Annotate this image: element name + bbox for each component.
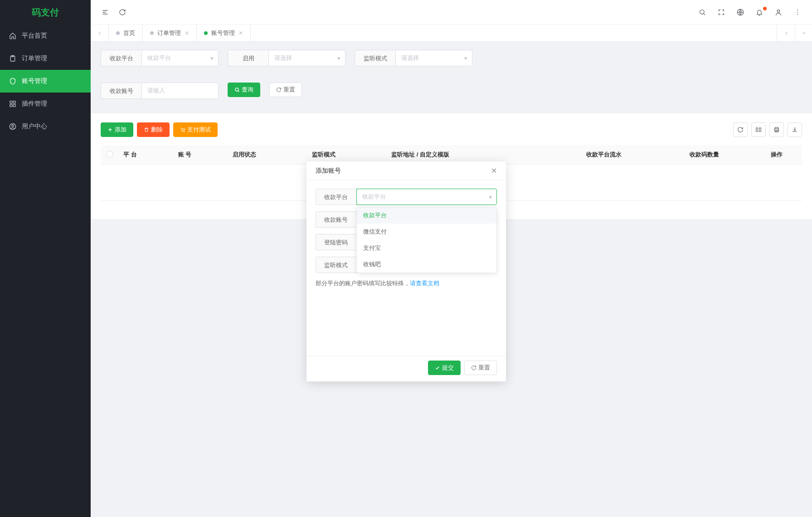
col-header: 启用状态 xyxy=(228,145,307,165)
nav-label: 插件管理 xyxy=(22,100,47,108)
nav-label: 用户中心 xyxy=(22,122,47,131)
reload-button[interactable] xyxy=(118,8,127,17)
app-logo: 码支付 xyxy=(0,0,91,24)
svg-point-11 xyxy=(797,12,798,13)
placeholder-text: 收款平台 xyxy=(362,193,386,201)
tabs-bar: 首页 订单管理 ✕ 账号管理 ✕ xyxy=(91,24,812,42)
nav-label: 平台首页 xyxy=(22,32,47,40)
nav-label: 账号管理 xyxy=(22,77,47,85)
platform-dropdown: 收款平台 微信支付 支付宝 收钱吧 xyxy=(356,207,497,273)
dropdown-option[interactable]: 收钱吧 xyxy=(357,256,496,273)
tab-orders[interactable]: 订单管理 ✕ xyxy=(143,24,197,41)
svg-point-10 xyxy=(797,10,798,10)
doc-link[interactable]: 请查看文档 xyxy=(410,280,439,287)
svg-point-14 xyxy=(182,131,183,132)
tabs-prev-button[interactable] xyxy=(91,24,109,41)
user-menu-button[interactable] xyxy=(774,8,783,17)
note-text: 部分平台的账户密码填写比较特殊， xyxy=(316,280,410,287)
dropdown-option[interactable]: 收款平台 xyxy=(357,207,496,224)
pay-test-button[interactable]: 支付测试 xyxy=(173,122,218,137)
modal-title: 添加账号 xyxy=(316,167,341,175)
col-header: 操作 xyxy=(751,145,802,165)
delete-button[interactable]: 删除 xyxy=(137,122,170,137)
svg-point-12 xyxy=(797,14,798,15)
modal-submit-button[interactable]: 提交 xyxy=(428,361,461,375)
filter-platform-label: 收款平台 xyxy=(101,50,141,66)
tab-home[interactable]: 首页 xyxy=(109,24,143,41)
shield-icon xyxy=(9,78,16,85)
nav-label: 订单管理 xyxy=(22,54,47,63)
clipboard-icon xyxy=(9,55,16,62)
col-header: 收款码数量 xyxy=(658,145,752,165)
tab-label: 首页 xyxy=(123,29,135,37)
nav-orders[interactable]: 订单管理 xyxy=(0,47,91,70)
more-button[interactable] xyxy=(793,8,802,17)
nav-plugins[interactable]: 插件管理 xyxy=(0,93,91,115)
tab-label: 账号管理 xyxy=(211,29,235,37)
add-button[interactable]: 添加 xyxy=(101,122,133,137)
nav-home[interactable]: 平台首页 xyxy=(0,24,91,47)
nav-accounts[interactable]: 账号管理 xyxy=(0,70,91,93)
nav-user-center[interactable]: 用户中心 xyxy=(0,115,91,138)
search-button[interactable] xyxy=(698,8,707,17)
chevron-up-icon: ▾ xyxy=(489,194,492,200)
modal-monitor-label: 监听模式 xyxy=(316,257,356,273)
button-label: 重置 xyxy=(283,86,295,94)
button-label: 添加 xyxy=(115,126,126,134)
modal-password-label: 登陆密码 xyxy=(316,234,356,250)
refresh-tool-button[interactable] xyxy=(733,122,748,137)
grid-icon xyxy=(9,100,16,107)
globe-button[interactable] xyxy=(736,8,745,17)
svg-rect-1 xyxy=(10,101,12,103)
filter-enabled-label: 启用 xyxy=(228,50,268,66)
svg-rect-16 xyxy=(756,128,758,132)
placeholder-text: 收款平台 xyxy=(147,54,171,62)
chevron-down-icon: ▾ xyxy=(337,55,340,62)
reset-button[interactable]: 重置 xyxy=(269,83,302,97)
modal-close-button[interactable]: ✕ xyxy=(491,166,497,175)
search-button[interactable]: 查询 xyxy=(228,83,260,97)
home-icon xyxy=(9,32,16,39)
filter-enabled-select[interactable]: 请选择 ▾ xyxy=(268,50,345,66)
dropdown-option[interactable]: 微信支付 xyxy=(357,224,496,240)
svg-point-6 xyxy=(12,125,14,127)
col-header: 收款平台流水 xyxy=(549,145,657,165)
user-circle-icon xyxy=(9,123,16,130)
svg-rect-17 xyxy=(759,128,761,132)
placeholder-text: 请选择 xyxy=(401,54,419,62)
tab-accounts[interactable]: 账号管理 ✕ xyxy=(197,24,251,41)
modal-platform-select[interactable]: 收款平台 ▾ xyxy=(356,189,497,205)
columns-tool-button[interactable] xyxy=(751,122,766,137)
select-all-checkbox[interactable] xyxy=(107,151,113,157)
print-tool-button[interactable] xyxy=(769,122,784,137)
close-icon[interactable]: ✕ xyxy=(238,30,243,36)
tab-label: 订单管理 xyxy=(157,29,181,37)
fullscreen-button[interactable] xyxy=(717,8,726,17)
collapse-sidebar-button[interactable] xyxy=(101,8,110,17)
svg-point-9 xyxy=(777,10,779,12)
modal-platform-label: 收款平台 xyxy=(316,189,356,205)
svg-point-13 xyxy=(235,88,238,91)
filter-account-input[interactable]: 请输入 xyxy=(141,83,219,99)
button-label: 支付测试 xyxy=(187,126,211,134)
add-account-modal: 添加账号 ✕ 收款平台 收款平台 ▾ 收款平台 微信支付 支付宝 收钱吧 收款账… xyxy=(306,161,506,381)
tabs-next-button[interactable] xyxy=(777,24,795,41)
close-icon[interactable]: ✕ xyxy=(185,30,189,36)
svg-point-15 xyxy=(184,131,185,132)
notification-dot-icon xyxy=(763,7,767,10)
button-label: 查询 xyxy=(242,86,253,94)
filter-platform-select[interactable]: 收款平台 ▾ xyxy=(141,50,219,66)
modal-reset-button[interactable]: 重置 xyxy=(464,361,497,375)
export-tool-button[interactable] xyxy=(788,122,802,137)
filter-monitor-select[interactable]: 请选择 ▾ xyxy=(395,50,472,66)
filter-panel: 收款平台 收款平台 ▾ 启用 请选择 ▾ 监听模式 请选择 xyxy=(91,42,812,107)
tab-dot-icon xyxy=(150,31,154,35)
dropdown-option[interactable]: 支付宝 xyxy=(357,240,496,256)
button-label: 删除 xyxy=(151,126,163,134)
chevron-down-icon: ▾ xyxy=(464,55,467,62)
modal-note: 部分平台的账户密码填写比较特殊，请查看文档 xyxy=(316,279,497,288)
svg-point-7 xyxy=(700,10,704,14)
tabs-dropdown-button[interactable] xyxy=(795,24,812,41)
modal-account-label: 收款账号 xyxy=(316,211,356,228)
notifications-button[interactable] xyxy=(755,8,764,17)
